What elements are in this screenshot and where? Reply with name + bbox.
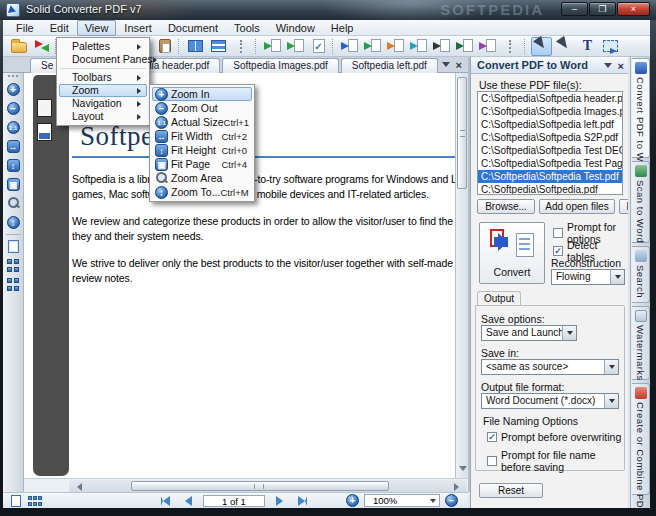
horizontal-scrollbar[interactable] <box>69 480 467 492</box>
vertical-scrollbar[interactable] <box>455 73 468 478</box>
view-menu-item-navigation[interactable]: Navigation <box>59 97 147 110</box>
pdf-file-item[interactable]: C:\Softpedia\Softpedia Images.pdf <box>478 105 622 118</box>
side-tab-watermark[interactable]: Watermarks <box>632 306 650 380</box>
menu-edit[interactable]: Edit <box>42 20 77 36</box>
pdf-to-text-icon[interactable] <box>431 37 452 56</box>
checkbox[interactable] <box>553 228 563 238</box>
pdf-to-data-icon[interactable] <box>454 37 475 56</box>
single-page-view-icon[interactable] <box>11 495 21 507</box>
view-menu-item-palettes[interactable]: Palettes <box>59 40 147 53</box>
single-page-view-icon[interactable] <box>4 237 23 256</box>
continuous-view-icon[interactable] <box>208 37 229 56</box>
add-open-files-button[interactable]: Add open files <box>539 199 615 214</box>
maximize-button[interactable]: ❐ <box>589 2 616 16</box>
side-tab-combine[interactable]: Create or Combine PDF <box>632 383 650 495</box>
pdf-file-list[interactable]: C:\Softpedia\Softpedia header.pdfC:\Soft… <box>477 91 623 195</box>
menu-view[interactable]: View <box>77 20 117 36</box>
menu-help[interactable]: Help <box>323 20 362 36</box>
multi-page-view-icon[interactable] <box>28 496 42 507</box>
pdf-file-item[interactable]: C:\Softpedia\Softpedia Test.pdf <box>478 170 622 183</box>
panel-menu-icon[interactable] <box>604 63 612 72</box>
pdf-file-item[interactable]: C:\Softpedia\Softpedia Test DEC.pdf <box>478 144 622 157</box>
panel-close-icon[interactable]: × <box>618 61 624 72</box>
zoom-menu-item-zoom-out[interactable]: −Zoom Out <box>152 101 252 115</box>
zoom-menu-item-zoom-to[interactable]: ↕Zoom To...Ctrl+M <box>152 185 252 199</box>
zoom-menu-item-zoom-in[interactable]: +Zoom In <box>152 87 252 101</box>
reset-button[interactable]: Reset <box>479 483 543 498</box>
convert-button[interactable]: Convert <box>479 222 545 284</box>
thumbnail-pane[interactable] <box>33 75 69 476</box>
view-menu-item-zoom[interactable]: Zoom <box>59 84 147 97</box>
remove-button[interactable]: Remove <box>619 199 628 214</box>
zoom-in-icon[interactable]: + <box>346 494 359 507</box>
vertical-scroll-thumb[interactable] <box>457 77 467 189</box>
checkbox[interactable] <box>487 456 497 466</box>
menu-insert[interactable]: Insert <box>116 20 160 36</box>
zoom-level-combobox[interactable]: 100% <box>364 494 440 507</box>
insert-pages-icon[interactable] <box>262 37 283 56</box>
pdf-to-publisher-icon[interactable] <box>408 37 429 56</box>
pdf-file-item[interactable]: C:\Softpedia\Softpedia left.pdf <box>478 118 622 131</box>
fit-width-icon[interactable]: ↔ <box>4 137 23 156</box>
validate-icon[interactable]: ✓ <box>308 37 329 56</box>
pdf-file-item[interactable]: C:\Softpedia\Softpedia Test Page.pdf <box>478 157 622 170</box>
zoom-in-icon[interactable]: + <box>4 80 23 99</box>
output-tab[interactable]: Output <box>477 291 521 306</box>
facing-pages-icon[interactable] <box>185 37 206 56</box>
cursor-tool-icon[interactable] <box>554 37 575 56</box>
open-file-icon[interactable] <box>8 37 29 56</box>
zoom-menu-item-fit-page[interactable]: ▣Fit PageCtrl+4 <box>152 157 252 171</box>
view-menu-item-toolbars[interactable]: Toolbars <box>59 71 147 84</box>
zoom-area-icon[interactable] <box>4 194 23 213</box>
zoom-out-icon[interactable]: − <box>445 494 458 507</box>
zoom-menu-item-fit-height[interactable]: ↕Fit HeightCtrl+0 <box>152 143 252 157</box>
zoom-menu-item-zoom-area[interactable]: Zoom Area <box>152 171 252 185</box>
snapshot-tool-icon[interactable] <box>600 37 621 56</box>
save-options-select[interactable]: Save and Launch <box>481 325 577 341</box>
horizontal-scroll-thumb[interactable] <box>131 481 389 491</box>
save-in-select[interactable]: <same as source> <box>481 359 619 375</box>
page-thumbnail-icon[interactable] <box>37 99 52 117</box>
menu-tools[interactable]: Tools <box>226 20 268 36</box>
convert-icon[interactable] <box>31 37 52 56</box>
continuous-pages-view-icon[interactable] <box>4 275 23 294</box>
pdf-file-item[interactable]: C:\Softpedia\Softpedia header.pdf <box>478 92 622 105</box>
document-tab[interactable]: Softpedia left.pdf <box>341 58 438 73</box>
toolbar-overflow-icon[interactable] <box>500 37 521 56</box>
scroll-left-icon[interactable] <box>73 483 82 491</box>
minimize-button[interactable]: – <box>561 2 588 16</box>
side-tab-word-convert[interactable]: Convert PDF to Word <box>632 58 650 158</box>
fit-page-icon[interactable]: ▣ <box>4 175 23 194</box>
reconstruction-mode-select[interactable]: Flowing <box>551 269 625 285</box>
pdf-to-excel-icon[interactable] <box>362 37 383 56</box>
prompt-for-filename-checkbox[interactable]: Prompt for file name before saving <box>487 449 628 473</box>
pdf-to-powerpoint-icon[interactable] <box>385 37 406 56</box>
zoom-out-icon[interactable]: − <box>4 99 23 118</box>
select-tool-icon[interactable] <box>531 37 552 56</box>
view-menu-item-layout[interactable]: Layout <box>59 110 147 123</box>
text-tool-icon[interactable]: T <box>577 37 598 56</box>
pdf-to-word-icon[interactable] <box>339 37 360 56</box>
pdf-to-html-icon[interactable] <box>477 37 498 56</box>
facing-pages-view-icon[interactable] <box>4 256 23 275</box>
output-format-select[interactable]: Word Document (*.docx) <box>481 393 619 409</box>
menu-window[interactable]: Window <box>268 20 323 36</box>
close-tab-icon[interactable]: × <box>456 60 462 71</box>
menu-document[interactable]: Document <box>160 20 226 36</box>
side-tab-search[interactable]: Search <box>632 246 650 303</box>
menu-file[interactable]: File <box>8 20 42 36</box>
page-indicator[interactable]: 1 of 1 <box>203 495 265 507</box>
paste-icon[interactable] <box>154 37 175 56</box>
checkbox[interactable] <box>553 246 563 256</box>
scroll-down-icon[interactable] <box>459 466 467 475</box>
prompt-before-overwriting-checkbox[interactable]: Prompt before overwriting <box>487 431 621 443</box>
scroll-right-icon[interactable] <box>454 483 463 491</box>
checkbox[interactable] <box>487 432 497 442</box>
browse-button[interactable]: Browse... <box>477 199 535 214</box>
fit-height-icon[interactable]: ↕ <box>4 156 23 175</box>
tab-list-dropdown-icon[interactable] <box>442 62 450 71</box>
document-tab[interactable]: Softpedia Images.pdf <box>222 58 339 73</box>
view-menu-item-document-panes[interactable]: Document Panes <box>59 53 147 66</box>
zoom-menu-item-fit-width[interactable]: ↔Fit WidthCtrl+2 <box>152 129 252 143</box>
next-page-icon[interactable] <box>276 496 288 506</box>
